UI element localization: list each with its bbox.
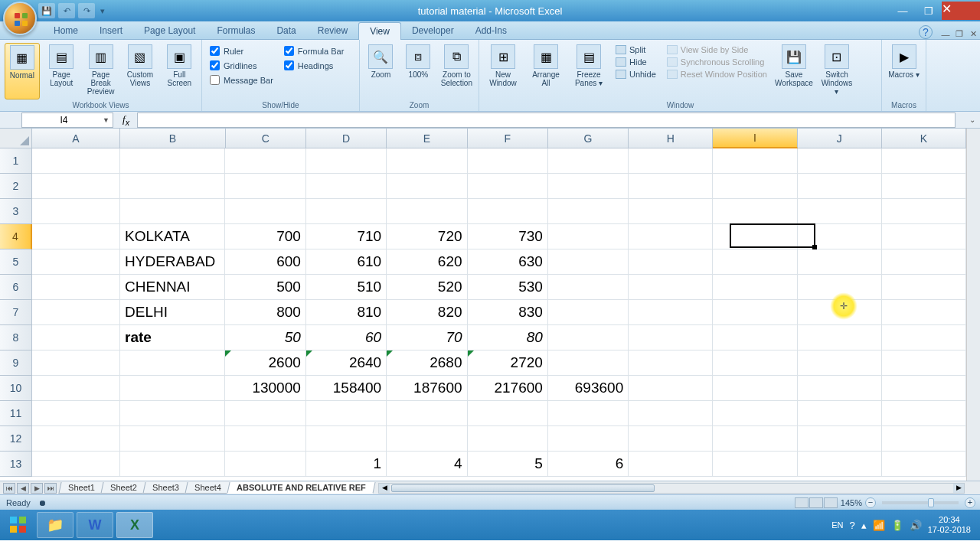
cell-I4[interactable] [713, 224, 797, 249]
cell-B8[interactable]: rate [120, 325, 225, 350]
cell-H12[interactable] [629, 426, 713, 452]
cell-A3[interactable] [32, 199, 120, 224]
column-header-B[interactable]: B [120, 129, 226, 148]
task-word[interactable]: W [77, 512, 113, 538]
cell-E8[interactable]: 70 [387, 325, 467, 350]
cell-C5[interactable]: 600 [225, 249, 305, 275]
tab-data[interactable]: Data [266, 22, 306, 39]
cell-A5[interactable] [32, 249, 120, 275]
cell-E7[interactable]: 820 [387, 300, 467, 325]
page-break-preview-button[interactable]: ▥Page Break Preview [83, 43, 118, 99]
cell-I7[interactable] [713, 300, 797, 325]
cell-G11[interactable] [548, 401, 629, 426]
zoom-in-button[interactable]: + [965, 497, 975, 508]
tab-page-layout[interactable]: Page Layout [133, 22, 206, 39]
full-screen-button[interactable]: ▣Full Screen [162, 43, 197, 99]
unhide-button[interactable]: Unhide [614, 69, 658, 80]
cell-K2[interactable] [882, 174, 966, 199]
column-header-E[interactable]: E [387, 129, 467, 148]
new-window-button[interactable]: ⊞New Window [484, 43, 522, 99]
spreadsheet-grid[interactable]: ABCDEFGHIJK 12345678910111213 KOLKATA700… [0, 129, 980, 481]
tray-help-icon[interactable]: ? [849, 520, 854, 531]
sheet-tab-1[interactable]: Sheet2 [100, 482, 146, 494]
cell-I5[interactable] [713, 249, 797, 275]
sheet-tab-4[interactable]: ABSOLUTE AND RELATIVE REF [227, 482, 375, 494]
cell-G10[interactable]: 693600 [548, 376, 629, 401]
tray-volume-icon[interactable]: 🔊 [910, 520, 922, 531]
tab-view[interactable]: View [358, 22, 401, 40]
namebox-dropdown-icon[interactable]: ▼ [103, 116, 109, 124]
cell-J11[interactable] [798, 401, 882, 426]
tray-network-icon[interactable]: 📶 [873, 520, 885, 531]
cell-I2[interactable] [713, 174, 797, 199]
row-header-2[interactable]: 2 [0, 174, 32, 199]
column-header-C[interactable]: C [226, 129, 306, 148]
cell-K9[interactable] [882, 350, 966, 376]
cell-H5[interactable] [629, 249, 713, 275]
hide-button[interactable]: Hide [614, 57, 658, 67]
cell-K11[interactable] [882, 401, 966, 426]
cell-J5[interactable] [798, 249, 882, 275]
row-header-12[interactable]: 12 [0, 426, 32, 452]
row-header-13[interactable]: 13 [0, 452, 32, 477]
cell-D11[interactable] [306, 401, 387, 426]
row-header-4[interactable]: 4 [0, 224, 32, 249]
cell-E12[interactable] [387, 426, 467, 452]
cell-F13[interactable]: 5 [468, 452, 548, 477]
cell-I11[interactable] [713, 401, 797, 426]
cell-G9[interactable] [548, 350, 629, 376]
cell-A8[interactable] [32, 325, 120, 350]
cell-G5[interactable] [548, 249, 629, 275]
cell-H2[interactable] [629, 174, 713, 199]
freeze-panes-button[interactable]: ▤Freeze Panes ▾ [570, 43, 608, 99]
cell-B9[interactable] [120, 350, 225, 376]
macros-button[interactable]: ▶Macros ▾ [887, 43, 921, 99]
cell-E5[interactable]: 620 [387, 249, 467, 275]
minimize-button[interactable]: — [890, 2, 916, 20]
help-icon[interactable]: ? [919, 25, 933, 39]
cell-G12[interactable] [548, 426, 629, 452]
formulabar-checkbox[interactable]: Formula Bar [284, 46, 345, 56]
cell-C11[interactable] [225, 401, 305, 426]
tab-home[interactable]: Home [43, 22, 89, 39]
cell-E1[interactable] [387, 148, 467, 174]
page-layout-button[interactable]: ▤Page Layout [44, 43, 79, 99]
tab-developer[interactable]: Developer [401, 22, 465, 39]
zoom-to-selection-button[interactable]: ⧉Zoom to Selection [439, 43, 474, 99]
cell-E10[interactable]: 187600 [387, 376, 467, 401]
row-header-11[interactable]: 11 [0, 401, 32, 426]
cell-A7[interactable] [32, 300, 120, 325]
cell-H10[interactable] [629, 376, 713, 401]
cell-E6[interactable]: 520 [387, 275, 467, 300]
cell-B11[interactable] [120, 401, 225, 426]
cell-C8[interactable]: 50 [225, 325, 305, 350]
cell-F5[interactable]: 630 [468, 249, 548, 275]
tray-clock[interactable]: 20:3417-02-2018 [928, 515, 977, 535]
cell-I9[interactable] [713, 350, 797, 376]
vertical-scrollbar[interactable] [966, 129, 980, 481]
cell-D3[interactable] [306, 199, 387, 224]
cell-H8[interactable] [629, 325, 713, 350]
tab-insert[interactable]: Insert [89, 22, 133, 39]
fx-icon[interactable]: fx [118, 113, 134, 127]
mdi-close[interactable]: ✕ [966, 29, 980, 39]
cell-A2[interactable] [32, 174, 120, 199]
mdi-minimize[interactable]: — [939, 30, 952, 39]
start-button[interactable] [3, 513, 34, 537]
column-header-F[interactable]: F [468, 129, 548, 148]
cell-J13[interactable] [798, 452, 882, 477]
tray-lang[interactable]: EN [831, 520, 843, 530]
row-header-8[interactable]: 8 [0, 325, 32, 350]
row-header-3[interactable]: 3 [0, 199, 32, 224]
cell-B13[interactable] [120, 452, 225, 477]
cell-B3[interactable] [120, 199, 225, 224]
cell-B6[interactable]: CHENNAI [120, 275, 225, 300]
qat-redo-icon[interactable]: ↷ [78, 3, 95, 18]
cell-F11[interactable] [468, 401, 548, 426]
cell-D6[interactable]: 510 [306, 275, 387, 300]
cell-K7[interactable] [882, 300, 966, 325]
sheet-nav-next[interactable]: ▶ [31, 483, 43, 494]
row-header-1[interactable]: 1 [0, 148, 32, 174]
close-button[interactable]: ✕ [942, 2, 980, 20]
cell-A6[interactable] [32, 275, 120, 300]
